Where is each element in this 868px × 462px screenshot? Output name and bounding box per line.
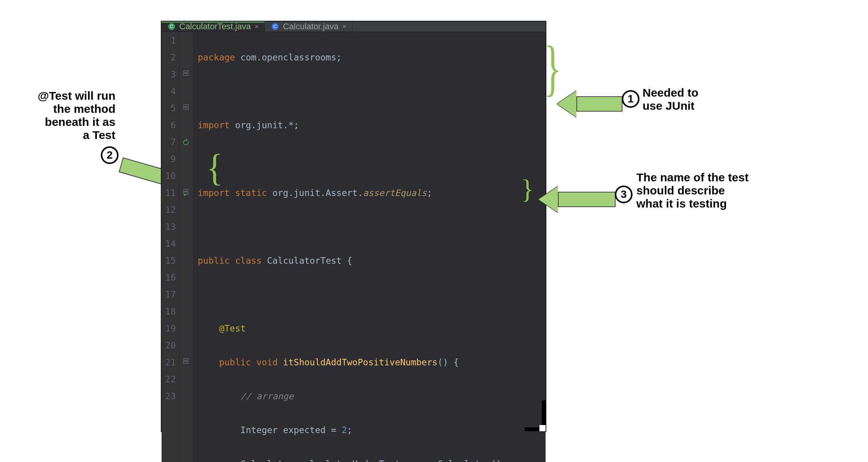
callout-1-line1: Needed to: [643, 86, 698, 99]
line-number: 22: [162, 371, 176, 388]
svg-text:C: C: [274, 24, 277, 29]
code-area: 1 2 3 4 5 6 7 9 10 11 12 13 14 15 16 17 …: [162, 32, 546, 462]
line-number: 11: [162, 184, 176, 201]
svg-text:C: C: [170, 24, 174, 29]
arrow-3: [539, 186, 616, 213]
callout-2-text: @Test will run the method beneath it as …: [23, 89, 115, 142]
line-number: 12: [162, 201, 176, 218]
line-number: 23: [162, 388, 176, 405]
annotated-screenshot: @Test will run the method beneath it as …: [0, 0, 868, 462]
line-number: 17: [162, 286, 176, 303]
arrow-shaft: [558, 192, 616, 207]
java-class-file-icon: C: [271, 23, 279, 30]
callout-3-text: The name of the test should describe wha…: [636, 171, 749, 210]
callout-3-badge: 3: [615, 186, 633, 203]
line-number: 2: [162, 49, 176, 66]
callout-2-line2: the method: [23, 102, 115, 116]
fold-toggle-icon[interactable]: [183, 104, 189, 110]
callout-3-line2: should describe: [636, 184, 749, 197]
line-number: 10: [162, 167, 176, 184]
callout-2-badge: 2: [101, 146, 119, 164]
close-icon[interactable]: ×: [255, 23, 259, 31]
resize-corner-icon: [525, 400, 546, 431]
callout-3-line3: what it is testing: [636, 197, 749, 210]
fold-toggle-icon[interactable]: [183, 358, 189, 364]
java-test-file-icon: C: [168, 23, 175, 30]
callout-3-line1: The name of the test: [636, 171, 749, 184]
line-number: 13: [162, 218, 176, 235]
callout-1-line2: use JUnit: [643, 99, 698, 112]
arrow-shaft: [576, 96, 623, 112]
line-number: 16: [162, 269, 176, 286]
line-number: 20: [162, 337, 176, 354]
callout-2-line4: a Test: [23, 129, 115, 142]
fold-toggle-icon[interactable]: [183, 189, 189, 194]
line-number: 9: [162, 151, 176, 167]
line-number: 5: [162, 100, 176, 117]
code-text[interactable]: package com.openclassrooms; import org.j…: [192, 32, 546, 462]
fold-toggle-icon[interactable]: [183, 70, 189, 76]
tab-bar: C CalculatorTest.java × C Calculator.jav…: [162, 22, 546, 32]
close-icon[interactable]: ×: [342, 23, 347, 31]
tab-calculatortest[interactable]: C CalculatorTest.java ×: [162, 22, 265, 32]
tab-calculator[interactable]: C Calculator.java ×: [265, 22, 353, 32]
rerun-test-icon[interactable]: [182, 138, 190, 147]
ide-editor: C CalculatorTest.java × C Calculator.jav…: [161, 21, 546, 432]
brace-group-3: }: [521, 174, 534, 205]
arrow-head-icon: [539, 186, 558, 213]
arrow-1: [557, 91, 623, 117]
gutter-icons: [179, 32, 192, 462]
line-number: 3: [162, 66, 176, 83]
line-number: 4: [162, 83, 176, 100]
line-number: 6: [162, 117, 176, 134]
line-number: 1: [162, 32, 176, 49]
arrow-head-icon: [557, 91, 576, 117]
callout-2-line1: @Test will run: [23, 89, 115, 102]
callout-2-line3: beneath it as: [23, 116, 115, 129]
brace-group-2: {: [206, 146, 223, 190]
line-number: 7: [162, 134, 176, 151]
line-number: 14: [162, 235, 176, 252]
line-number: 19: [162, 320, 176, 337]
gutter-line-numbers: 1 2 3 4 5 6 7 9 10 11 12 13 14 15 16 17 …: [162, 32, 179, 462]
tab-label: CalculatorTest.java: [179, 22, 251, 32]
line-number: 18: [162, 303, 176, 320]
callout-1-badge: 1: [622, 90, 639, 108]
tab-label: Calculator.java: [283, 22, 338, 32]
line-number: 15: [162, 252, 176, 269]
callout-1-text: Needed to use JUnit: [643, 86, 698, 112]
line-number: 21: [162, 354, 176, 371]
